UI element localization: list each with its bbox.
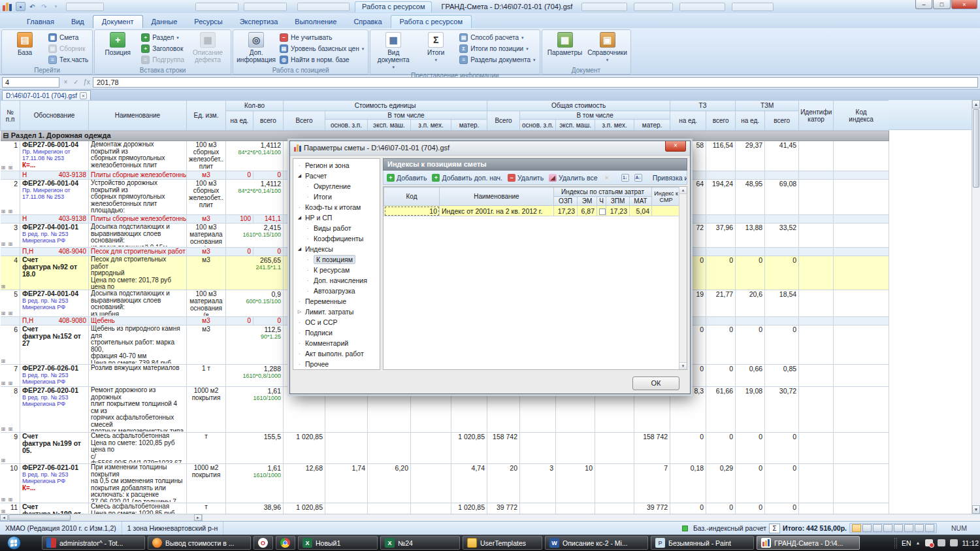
col-header-se-vtom[interactable]: В том числе: [325, 111, 487, 120]
confirm-icon[interactable]: ✓: [72, 78, 80, 86]
document-tab-close-icon[interactable]: ×: [80, 92, 87, 99]
col-header-se-zpm[interactable]: з.п. мех.: [411, 120, 451, 131]
undo-icon[interactable]: ↶: [27, 2, 37, 11]
vertical-scrollbar[interactable]: ▲ ▼: [972, 100, 980, 514]
formula-input[interactable]: 201,78: [93, 77, 978, 88]
hscrollbar-thumb[interactable]: [8, 514, 71, 521]
action-center-icon[interactable]: [925, 539, 933, 546]
expanded-icon[interactable]: ◢: [297, 246, 302, 252]
col-header-tz-vs[interactable]: всего: [706, 111, 736, 131]
ribbon-button[interactable]: Не учитывать: [278, 32, 365, 43]
taskbar-button-chrome[interactable]: [276, 536, 295, 550]
expanded-icon[interactable]: ◢: [297, 215, 302, 220]
dcol-Ч[interactable]: Ч: [597, 197, 606, 206]
collapsed-icon[interactable]: ▷: [297, 309, 302, 314]
section-row[interactable]: ⊟ Раздел 1. Дорожная одежда: [1, 131, 889, 141]
tree-item-Расчет[interactable]: ◢Расчет: [293, 171, 380, 181]
tree-item-Подписи[interactable]: ·Подписи: [293, 327, 380, 338]
view-icon[interactable]: [904, 524, 913, 532]
document-tab[interactable]: D:\46\07-01-01 (704).gsf ×: [2, 90, 91, 100]
ribbon-button[interactable]: Разделы документа▾: [458, 54, 536, 65]
tree-item-Комментарий[interactable]: ·Комментарий: [293, 338, 380, 348]
cell-reference-box[interactable]: 4: [2, 77, 59, 88]
col-header-num[interactable]: № п.п: [1, 101, 20, 131]
toolbar-button[interactable]: 1↓: [621, 174, 629, 182]
toolbar-button-Добавить доп. нач.[interactable]: +Добавить доп. нач.: [432, 174, 502, 182]
tree-item-Виды работ[interactable]: ·Виды работ: [293, 223, 380, 233]
col-header-tz[interactable]: ТЗ: [670, 101, 736, 111]
taskbar-button-Новый1[interactable]: XНовый1: [298, 536, 378, 550]
taskbar-button-administrator^ - Tot...[interactable]: administrator^ - Tot...: [42, 536, 145, 550]
index-row[interactable]: 10 Индекс от 2001г. на 2 кв. 2012 г. 17,…: [384, 206, 681, 216]
app-menu-icon[interactable]: [3, 2, 13, 11]
ribbon-button[interactable]: Доп. информация: [236, 31, 276, 65]
view-icon[interactable]: [862, 524, 872, 532]
tree-item-Автозагрузка[interactable]: ·Автозагрузка: [293, 286, 380, 296]
taskbar-button-№24[interactable]: X№24: [380, 536, 460, 550]
view-icon[interactable]: [883, 524, 892, 532]
ribbon-button[interactable]: Итоги по позиции▾: [458, 43, 536, 54]
index-name-cell[interactable]: Индекс от 2001г. на 2 кв. 2012 г.: [440, 206, 554, 216]
ribbon-tab-Выполнение[interactable]: Выполнение: [286, 16, 345, 28]
position-row[interactable]: 10⊞ ⊞ФЕР27-06-021-01В ред. пр. № 253 Мин…: [1, 464, 889, 503]
col-header-obosn[interactable]: Обоснование: [20, 101, 89, 131]
index-em-cell[interactable]: 6,87: [578, 206, 597, 216]
col-header-total-cost[interactable]: Общая стоимость: [487, 101, 670, 111]
col-header-se-mater[interactable]: матер.: [451, 120, 487, 131]
scroll-right-icon[interactable]: ►: [194, 514, 202, 521]
toolbar-button-Удалить[interactable]: −Удалить: [508, 174, 544, 182]
taskbar-button-Вывод стоимости в ...[interactable]: Вывод стоимости в ...: [148, 536, 251, 550]
col-header-os-vtom[interactable]: В том числе: [520, 111, 670, 120]
tree-item-Округление[interactable]: ·Округление: [293, 181, 380, 192]
ribbon-tab-Справка[interactable]: Справка: [345, 16, 390, 28]
redo-icon[interactable]: ↷: [39, 2, 49, 11]
ribbon-tab-Главная[interactable]: Главная: [18, 16, 63, 28]
col-header-unit[interactable]: Ед. изм.: [187, 101, 226, 131]
tray-expand-icon[interactable]: ▲: [916, 541, 921, 545]
taskbar-button-Безымянный - Paint[interactable]: PБезымянный - Paint: [651, 536, 754, 550]
network-icon[interactable]: [938, 539, 945, 546]
expanded-icon[interactable]: ◢: [297, 173, 302, 178]
col-header-kod[interactable]: Код индекса: [834, 101, 889, 131]
tree-item-К позициям[interactable]: ·К позициям: [293, 254, 380, 265]
ribbon-tab-Данные[interactable]: Данные: [143, 16, 186, 28]
dialog-scrollbar[interactable]: ▲ ▼: [679, 187, 687, 369]
ribbon-button[interactable]: Итоги▾: [416, 31, 456, 65]
view-icon[interactable]: [915, 524, 924, 532]
ribbon-button[interactable]: Параметры: [545, 31, 585, 65]
ok-button[interactable]: ОК: [632, 376, 679, 390]
tree-item-Лимит. затраты[interactable]: ▷Лимит. затраты: [293, 307, 380, 317]
index-mat-cell[interactable]: 5,04: [630, 206, 652, 216]
view-icon[interactable]: [873, 524, 882, 532]
ribbon-tab-Экспертиза[interactable]: Экспертиза: [231, 16, 287, 28]
view-icon[interactable]: [852, 524, 861, 532]
scroll-up-icon[interactable]: ▲: [972, 100, 980, 109]
taskbar-button-opera[interactable]: O: [253, 536, 273, 550]
tree-item-Индексы[interactable]: ◢Индексы: [293, 244, 380, 254]
dialog-close-button[interactable]: ×: [665, 141, 686, 152]
dcol-smr[interactable]: Индекс к СМР: [652, 188, 681, 206]
ribbon-tab-Документ[interactable]: Документ: [93, 15, 143, 28]
dialog-title-bar[interactable]: Параметры сметы - D:\46\07-01-01 (704).g…: [290, 141, 690, 156]
col-header-ident[interactable]: Идентифи катор: [799, 101, 834, 131]
ribbon-tab-Ресурсы[interactable]: Ресурсы: [186, 16, 231, 28]
index-ozp-cell[interactable]: 17,23: [554, 206, 578, 216]
ribbon-button[interactable]: База: [5, 31, 45, 65]
col-header-os-osn[interactable]: основ. з.п.: [520, 120, 556, 131]
qat-dropdown-icon[interactable]: ▾: [51, 2, 61, 11]
col-header-qty-ed[interactable]: на ед.: [226, 111, 253, 131]
dcol-name[interactable]: Наименование: [440, 188, 554, 206]
function-icon[interactable]: ƒx: [82, 78, 91, 86]
scrollbar-thumb[interactable]: [973, 109, 979, 188]
tree-item-Переменные[interactable]: ·Переменные: [293, 296, 380, 307]
tree-item-НР и СП[interactable]: ◢НР и СП: [293, 212, 380, 223]
toolbar-button[interactable]: А↓: [634, 174, 642, 182]
scroll-down-icon[interactable]: ▼: [972, 505, 980, 514]
col-header-os-vsego[interactable]: Всего: [487, 111, 520, 131]
toolbar-button-Привязка индексов[interactable]: Привязка индексов▾: [653, 174, 687, 182]
toolbar-button-Добавить[interactable]: +Добавить: [387, 174, 427, 182]
ribbon-tab-Вид[interactable]: Вид: [63, 16, 93, 28]
tree-item-Акт выполн. работ[interactable]: ·Акт выполн. работ: [293, 348, 380, 359]
checkbox-icon[interactable]: [599, 209, 606, 215]
taskbar-button-Описание кс-2 - Mi...[interactable]: WОписание кс-2 - Mi...: [545, 536, 648, 550]
